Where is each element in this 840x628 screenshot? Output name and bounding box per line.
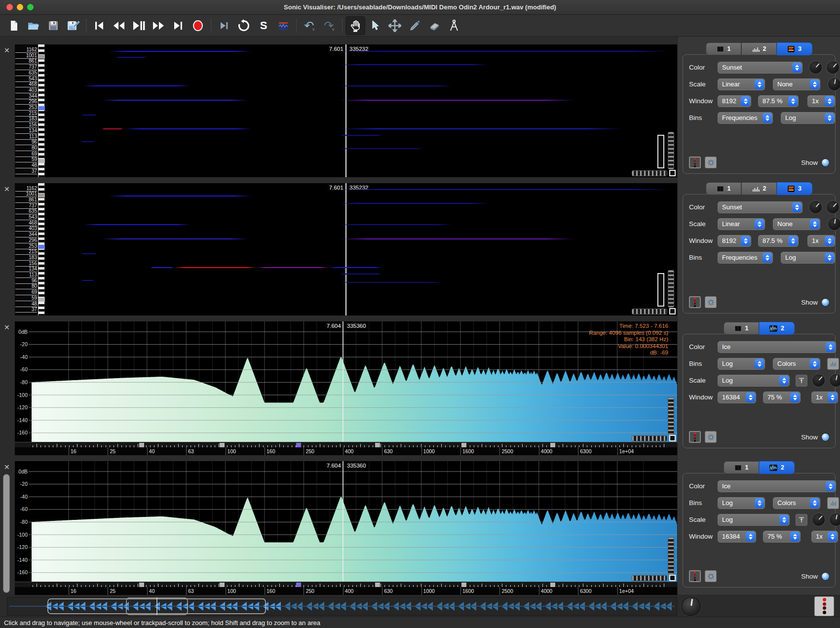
close-pane-button[interactable]: ✕ [4,47,10,54]
vertical-zoom-thumbwheel[interactable] [668,537,674,575]
bins-display-select[interactable]: Frequencies [718,252,773,264]
minimize-window-button[interactable] [17,4,23,10]
window-size-select[interactable]: 8192 [718,235,751,247]
visible-layers-button[interactable] [814,596,834,616]
close-pane-button[interactable]: ✕ [4,324,10,331]
threshold-knob[interactable] [828,78,840,90]
normalize-button[interactable] [796,375,807,387]
ruler-marker[interactable] [139,443,144,447]
record-button[interactable] [188,16,208,35]
erase-tool-button[interactable] [424,16,444,35]
color-rotation-knob[interactable] [827,61,839,74]
horizontal-zoom-thumbwheel[interactable] [632,435,667,441]
oversampling-select[interactable]: 1x [807,95,835,107]
frequency-ruler[interactable] [15,582,677,587]
undo-button[interactable]: ↶˅ [300,16,319,35]
ruler-marker[interactable] [461,583,466,587]
horizontal-zoom-thumbwheel[interactable] [632,170,667,176]
frequency-ruler[interactable] [15,442,677,447]
ruler-selection-marker[interactable] [296,443,301,447]
tab-layer-1[interactable]: 1 [706,182,741,195]
ruler-marker[interactable] [550,583,555,587]
color-select[interactable]: Ice [718,341,836,353]
gain-knob[interactable] [812,374,825,387]
tab-layer-1[interactable]: 1 [724,322,759,335]
vertical-scrollbar[interactable] [3,474,10,593]
pane-spectrum-2[interactable]: ✕ 0dB-20-40-60-80-100-120-140-160 7.604 … [0,461,677,595]
play-pause-button[interactable] [129,16,149,35]
horizontal-zoom-thumbwheel[interactable] [632,575,667,581]
overview-waveform[interactable] [7,597,677,616]
window-size-select[interactable]: 16384 [718,531,756,543]
reset-zoom-button[interactable] [669,308,676,314]
color-select[interactable]: Sunset [718,62,802,74]
bins-colors-select[interactable]: Colors [773,358,820,370]
solo-current-pane-button[interactable]: S [254,16,273,35]
spectrogram-view[interactable]: 7.601 335232 [45,44,677,177]
ruler-marker[interactable] [220,443,225,447]
edit-parameters-button[interactable] [705,157,717,168]
pane-spectrum-1[interactable]: ✕ 0dB-20-40-60-80-100-120-140-160 Time: … [0,321,677,455]
dormant-toggle-button[interactable] [689,296,701,308]
pane-spectrogram-2[interactable]: ✕ 11621001861737635543468403344296253215… [0,183,677,316]
dormant-toggle-button[interactable] [689,570,701,582]
tab-layer-2[interactable]: 2 [741,182,777,195]
edit-tool-button[interactable] [385,16,405,35]
zoom-window-button[interactable] [27,4,34,10]
open-session-button[interactable] [24,16,43,35]
ruler-marker[interactable] [220,583,225,587]
window-size-select[interactable]: 16384 [718,392,756,403]
vertical-zoom-thumbwheel[interactable] [668,270,674,308]
spectrogram-view[interactable]: 7.601 335232 [45,183,677,316]
vertical-zoom-thumbwheel[interactable] [668,132,674,169]
select-tool-button[interactable] [365,16,385,35]
bins-scale-select[interactable]: Log [718,358,765,370]
scale-select[interactable]: Log [718,375,790,387]
fast-forward-to-end-button[interactable] [168,16,188,35]
spectrum-view[interactable]: 0dB-20-40-60-80-100-120-140-160 7.604 33… [15,461,677,595]
bins-colors-select[interactable]: Colors [773,497,820,509]
normalization-select[interactable]: None [773,218,820,230]
tab-layer-1[interactable]: 1 [706,42,741,55]
normalization-select[interactable]: None [773,78,820,90]
tab-layer-2[interactable]: 2 [759,322,795,335]
show-toggle-led[interactable] [822,159,829,166]
color-select[interactable]: Ice [718,480,836,492]
ruler-marker[interactable] [139,583,144,587]
spectrum-plot[interactable]: 0dB-20-40-60-80-100-120-140-160 Time: 7.… [15,321,677,442]
reset-zoom-button[interactable] [669,575,676,581]
ruler-marker[interactable] [461,443,466,447]
ruler-selection-marker[interactable] [296,583,301,587]
close-pane-button[interactable]: ✕ [4,464,10,471]
spectrum-view[interactable]: 0dB-20-40-60-80-100-120-140-160 Time: 7.… [15,321,677,455]
window-overlap-select[interactable]: 75 % [763,531,801,543]
histogram-toggle-button[interactable] [827,358,839,370]
redo-button[interactable]: ↷˅ [319,16,339,35]
bins-scale-select[interactable]: Log [781,252,835,264]
normalize-button[interactable] [796,514,807,526]
show-toggle-led[interactable] [822,299,829,306]
rewind-to-start-button[interactable] [89,16,109,35]
edit-parameters-button[interactable] [705,431,717,443]
fast-forward-button[interactable] [149,16,168,35]
constrain-playback-to-selection-button[interactable] [214,16,234,35]
navigate-tool-button[interactable] [345,16,365,35]
histogram-toggle-button[interactable] [827,497,839,509]
measure-tool-button[interactable] [444,16,464,35]
oversampling-select[interactable]: 1x [811,531,838,543]
color-rotation-knob[interactable] [827,201,839,213]
rewind-button[interactable] [109,16,129,35]
ruler-marker[interactable] [375,443,380,447]
rotation-knob[interactable] [830,374,840,387]
window-size-select[interactable]: 8192 [718,95,751,107]
close-pane-button[interactable]: ✕ [4,186,10,193]
vertical-zoom-thumbwheel[interactable] [668,397,674,435]
scale-select[interactable]: Linear [718,78,765,90]
tab-layer-3[interactable]: 3 [777,42,812,55]
ruler-marker[interactable] [550,443,555,447]
edit-parameters-button[interactable] [705,296,717,308]
threshold-knob[interactable] [828,218,840,230]
save-session-button[interactable] [43,16,63,35]
loop-playback-button[interactable] [234,16,254,35]
reset-zoom-button[interactable] [669,170,676,176]
